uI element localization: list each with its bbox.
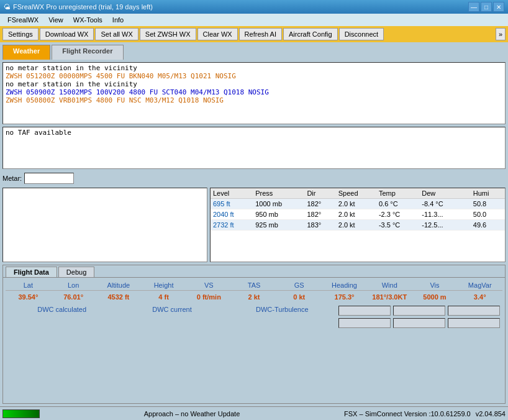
flight-data-header: Lat Lon Altitude Height VS TAS GS Headin… xyxy=(6,280,502,291)
title-bar-left: 🌤 FSrealWX Pro unregistered (trial, 19 d… xyxy=(4,3,153,11)
status-sim-text: FSX – SimConnect Version :10.0.61259.0 xyxy=(344,410,471,418)
wind-data-table[interactable]: Level Press Dir Speed Temp Dew Humi 695 … xyxy=(210,188,506,262)
fd-val-gs: 0 kt xyxy=(276,293,322,301)
menu-view[interactable]: View xyxy=(43,15,68,25)
dwc-input-2 xyxy=(393,306,445,316)
col-dir: Dir xyxy=(304,188,335,199)
disconnect-button[interactable]: Disconnect xyxy=(339,28,384,40)
menu-wx-tools[interactable]: WX-Tools xyxy=(68,15,107,25)
aircraft-config-button[interactable]: Aircraft Config xyxy=(283,28,338,40)
table-cell: 925 mb xyxy=(253,220,304,231)
table-cell xyxy=(463,209,471,220)
table-cell: 2.0 kt xyxy=(336,220,376,231)
close-button[interactable]: ✕ xyxy=(493,2,504,12)
fd-header-altitude: Altitude xyxy=(96,281,141,289)
taf-display[interactable]: no TAF available xyxy=(2,127,506,169)
fd-val-magvar: 3.4° xyxy=(457,293,502,301)
fd-val-altitude: 4532 ft xyxy=(96,293,141,301)
tab-flight-data[interactable]: Flight Data xyxy=(6,267,57,277)
download-wx-button[interactable]: Download WX xyxy=(40,28,94,40)
bottom-tab-bar: Flight Data Debug xyxy=(3,265,505,278)
metar-display[interactable]: no metar station in the vicinity ZWSH 05… xyxy=(2,62,506,124)
metar-input-row: Metar: xyxy=(2,171,506,185)
metar-label: Metar: xyxy=(2,175,22,182)
table-cell: -8.4 °C xyxy=(419,199,462,209)
table-row: 2732 ft925 mb183°2.0 kt-3.5 °C-12.5...49… xyxy=(211,220,505,231)
more-button[interactable]: » xyxy=(496,28,506,40)
flight-data-content: Lat Lon Altitude Height VS TAS GS Headin… xyxy=(3,278,505,333)
table-cell: 2732 ft xyxy=(211,220,253,231)
minimize-button[interactable]: — xyxy=(468,2,479,12)
tab-debug[interactable]: Debug xyxy=(58,267,94,277)
table-cell xyxy=(463,220,471,231)
table-cell: 2040 ft xyxy=(211,209,253,220)
dwc-input-4 xyxy=(338,318,391,328)
table-cell: 950 mb xyxy=(253,209,304,220)
table-cell: 50.8 xyxy=(471,199,505,209)
fd-val-height: 4 ft xyxy=(141,293,186,301)
fd-header-height: Height xyxy=(141,281,186,289)
fd-header-heading: Heading xyxy=(322,281,367,289)
app-icon: 🌤 xyxy=(4,3,11,11)
table-row: 2040 ft950 mb182°2.0 kt-2.3 °C-11.3...50… xyxy=(211,209,505,220)
fd-header-lon: Lon xyxy=(51,281,96,289)
fd-header-wind: Wind xyxy=(367,281,412,289)
table-cell: 183° xyxy=(304,220,335,231)
title-text: FSrealWX Pro unregistered (trial, 19 day… xyxy=(13,3,153,11)
dwc-current-label: DWC current xyxy=(118,306,225,328)
set-all-wx-button[interactable]: Set all WX xyxy=(95,28,138,40)
fd-header-tas: TAS xyxy=(232,281,277,289)
metar-line-5: ZWSH 050800Z VRB01MPS 4800 FU NSC M03/M1… xyxy=(6,96,502,104)
taf-text: no TAF available xyxy=(6,129,502,137)
bottom-section: Flight Data Debug Lat Lon Altitude Heigh… xyxy=(2,265,506,404)
left-panel xyxy=(2,188,207,262)
status-version: v2.04.854 xyxy=(476,410,506,418)
refresh-ai-button[interactable]: Refresh AI xyxy=(239,28,282,40)
tab-flight-recorder[interactable]: Flight Recorder xyxy=(52,45,123,60)
fd-val-heading: 175.3° xyxy=(322,293,367,301)
fd-header-magvar: MagVar xyxy=(457,281,502,289)
tab-weather[interactable]: Weather xyxy=(2,45,50,60)
fd-header-vs: VS xyxy=(186,281,232,289)
dwc-input-3 xyxy=(448,306,500,316)
metar-input[interactable] xyxy=(24,173,74,184)
dwc-input-1 xyxy=(338,306,391,316)
metar-line-2: ZWSH 051200Z 00000MPS 4500 FU BKN040 M05… xyxy=(6,72,502,80)
dwc-turbulence-label: DWC-Turbulence xyxy=(229,306,336,328)
clear-wx-button[interactable]: Clear WX xyxy=(197,28,238,40)
table-row: 695 ft1000 mb182°2.0 kt0.6 °C-8.4 °C50.8 xyxy=(211,199,505,209)
fd-val-lon: 76.01° xyxy=(51,293,96,301)
set-zwsh-wx-button[interactable]: Set ZWSH WX xyxy=(140,28,196,40)
menu-info[interactable]: Info xyxy=(107,15,129,25)
metar-line-4: ZWSH 050900Z 15002MPS 100V200 4800 FU SC… xyxy=(6,88,502,96)
col-level: Level xyxy=(211,188,253,199)
col-press: Press xyxy=(253,188,304,199)
menu-fsrealwx[interactable]: FSrealWX xyxy=(2,15,43,25)
dwc-input-6 xyxy=(448,318,500,328)
table-cell: 1000 mb xyxy=(253,199,304,209)
status-bar: Approach – no Weather Update FSX – SimCo… xyxy=(0,406,508,420)
table-cell: 0.6 °C xyxy=(376,199,419,209)
col-speed: Speed xyxy=(336,188,376,199)
flight-data-values: 39.54° 76.01° 4532 ft 4 ft 0 ft/min 2 kt… xyxy=(6,293,502,301)
col-dew: Dew xyxy=(419,188,462,199)
dwc-input-5 xyxy=(393,318,445,328)
tab-bar: Weather Flight Recorder xyxy=(0,42,508,60)
table-cell: -3.5 °C xyxy=(376,220,419,231)
fd-header-gs: GS xyxy=(276,281,322,289)
table-cell: -12.5... xyxy=(419,220,462,231)
table-cell: 2.0 kt xyxy=(336,199,376,209)
dwc-row: DWC calculated DWC current DWC-Turbulenc… xyxy=(6,303,502,331)
settings-button[interactable]: Settings xyxy=(2,28,39,40)
maximize-button[interactable]: □ xyxy=(481,2,492,12)
status-approach-text: Approach – no Weather Update xyxy=(45,410,339,418)
data-table-body: 695 ft1000 mb182°2.0 kt0.6 °C-8.4 °C50.8… xyxy=(211,199,505,231)
fd-val-lat: 39.54° xyxy=(6,293,51,301)
fd-header-vis: Vis xyxy=(412,281,458,289)
status-indicator xyxy=(2,409,40,418)
table-cell: 49.6 xyxy=(471,220,505,231)
title-bar: 🌤 FSrealWX Pro unregistered (trial, 19 d… xyxy=(0,0,508,14)
menu-bar: FSrealWX View WX-Tools Info xyxy=(0,14,508,26)
fd-val-vis: 5000 m xyxy=(412,293,458,301)
table-cell: 182° xyxy=(304,209,335,220)
